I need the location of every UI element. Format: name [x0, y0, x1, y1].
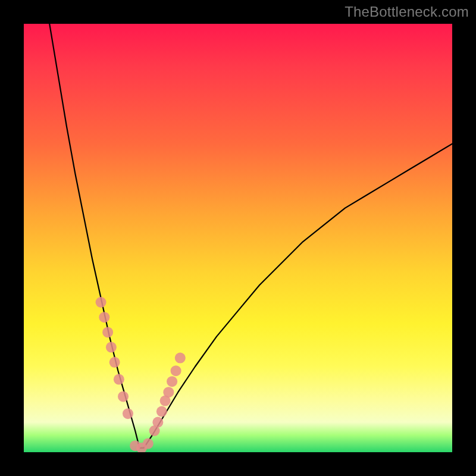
plot-area	[24, 24, 452, 452]
chart-svg	[24, 24, 452, 452]
watermark-text: TheBottleneck.com	[345, 4, 469, 20]
highlight-dot	[106, 342, 117, 353]
highlight-dot	[167, 376, 177, 387]
highlight-dot	[123, 408, 133, 419]
highlight-dot	[114, 374, 124, 385]
highlight-dot	[109, 357, 120, 368]
highlight-dots	[96, 297, 186, 452]
highlight-dot	[175, 353, 186, 364]
highlight-dot	[156, 406, 167, 417]
highlight-dot	[163, 387, 174, 397]
highlight-dot	[118, 391, 129, 402]
highlight-dot	[99, 312, 109, 322]
highlight-dot	[143, 439, 154, 449]
highlight-dot	[96, 297, 107, 308]
chart-frame: TheBottleneck.com	[0, 0, 476, 476]
highlight-dot	[102, 327, 113, 337]
highlight-dot	[171, 365, 181, 376]
bottleneck-curve	[49, 24, 452, 448]
highlight-dot	[152, 417, 163, 428]
